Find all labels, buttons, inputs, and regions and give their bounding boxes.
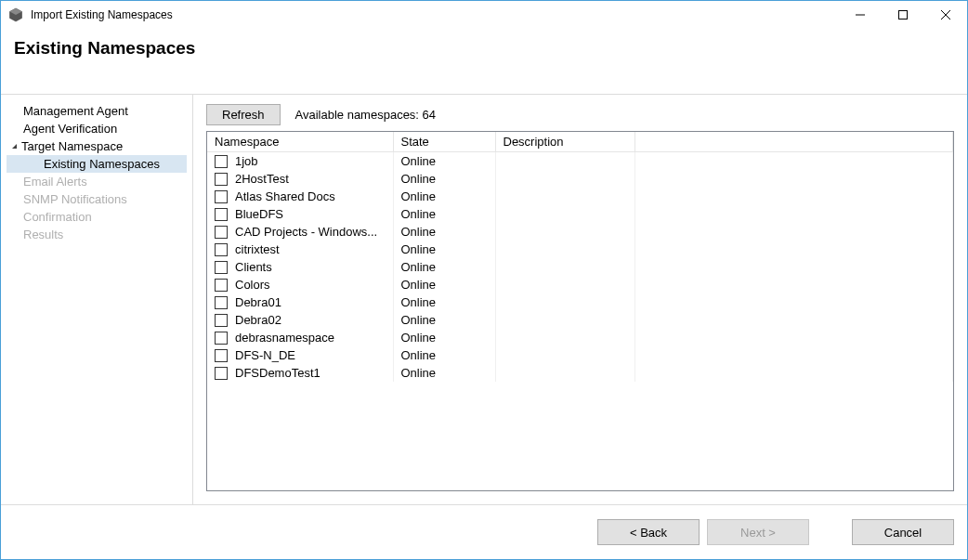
page-title: Existing Namespaces [14,38,954,59]
namespace-state: Online [393,329,495,346]
row-checkbox[interactable] [215,173,228,186]
namespace-name: debrasnamespace [235,331,334,345]
namespace-state: Online [393,152,495,171]
row-checkbox[interactable] [215,243,228,256]
row-checkbox[interactable] [215,261,228,274]
namespace-state: Online [393,258,495,276]
namespace-state: Online [393,223,495,241]
row-checkbox[interactable] [215,208,228,221]
namespace-state: Online [393,311,495,329]
namespace-state: Online [393,170,495,188]
table-row[interactable]: CAD Projects - Windows...Online [207,223,953,241]
sidebar-item-label: Results [23,228,63,241]
sidebar-item-target-namespace[interactable]: Target Namespace [7,137,187,155]
table-row[interactable]: debrasnamespaceOnline [207,329,953,346]
table-row[interactable]: Debra01Online [207,293,953,311]
back-button[interactable]: < Back [597,519,700,545]
namespace-description [495,223,634,241]
namespace-description [495,276,634,293]
sidebar-item-agent-verification[interactable]: Agent Verification [7,120,187,137]
sidebar-item-existing-namespaces[interactable]: Existing Namespaces [7,155,187,173]
namespace-name: Debra01 [235,295,281,309]
namespace-name: CAD Projects - Windows... [235,225,377,239]
namespaces-table-container: NamespaceStateDescription 1jobOnline2Hos… [206,131,954,491]
row-checkbox[interactable] [215,155,228,168]
namespace-name: 1job [235,154,258,168]
namespace-name: Debra02 [235,313,281,327]
row-checkbox[interactable] [215,314,228,327]
next-button: Next > [707,519,809,545]
row-checkbox[interactable] [215,367,228,380]
row-checkbox[interactable] [215,296,228,309]
row-checkbox[interactable] [215,279,228,292]
row-checkbox[interactable] [215,332,228,345]
sidebar-item-management-agent[interactable]: Management Agent [7,102,187,120]
table-row[interactable]: BlueDFSOnline [207,205,953,223]
sidebar-item-label: Confirmation [23,210,92,224]
wizard-window: Import Existing Namespaces Existing Name… [0,0,968,560]
wizard-body: Management AgentAgent VerificationTarget… [1,94,967,505]
refresh-button[interactable]: Refresh [206,104,281,125]
sidebar-item-snmp-notifications: SNMP Notifications [7,190,187,208]
namespace-description [495,241,634,258]
wizard-footer: < Back Next > Cancel [1,505,967,559]
namespaces-table: NamespaceStateDescription 1jobOnline2Hos… [207,132,953,382]
wizard-content: Refresh Available namespaces: 64 Namespa… [192,95,967,504]
namespace-name: Clients [235,260,272,274]
row-checkbox[interactable] [215,190,228,203]
row-checkbox[interactable] [215,226,228,239]
namespace-name: Colors [235,278,270,292]
table-row[interactable]: citrixtestOnline [207,241,953,258]
namespace-description [495,346,634,364]
svg-rect-3 [899,11,908,20]
table-row[interactable]: Atlas Shared DocsOnline [207,188,953,205]
table-row[interactable]: ColorsOnline [207,276,953,293]
wizard-steps-sidebar: Management AgentAgent VerificationTarget… [1,95,192,504]
chevron-down-icon[interactable] [8,141,20,152]
namespace-description [495,293,634,311]
namespace-description [495,188,634,205]
namespace-name: DFS-N_DE [235,348,295,362]
namespace-name: BlueDFS [235,207,283,221]
namespace-name: citrixtest [235,242,280,256]
cancel-button[interactable]: Cancel [852,519,954,545]
namespace-description [495,258,634,276]
table-row[interactable]: ClientsOnline [207,258,953,276]
maximize-button[interactable] [882,1,924,29]
namespace-state: Online [393,205,495,223]
namespace-state: Online [393,241,495,258]
table-row[interactable]: Debra02Online [207,311,953,329]
content-toolbar: Refresh Available namespaces: 64 [206,104,954,125]
namespace-description [495,311,634,329]
sidebar-item-label: Management Agent [23,104,128,118]
row-checkbox[interactable] [215,349,228,362]
sidebar-item-label: Email Alerts [23,175,87,189]
namespace-name: DFSDemoTest1 [235,366,320,380]
table-row[interactable]: 2HostTestOnline [207,170,953,188]
column-header[interactable] [634,132,953,152]
table-row[interactable]: DFSDemoTest1Online [207,364,953,382]
close-button[interactable] [924,1,967,29]
namespace-description [495,170,634,188]
namespaces-table-scroll[interactable]: NamespaceStateDescription 1jobOnline2Hos… [207,132,953,490]
table-row[interactable]: DFS-N_DEOnline [207,346,953,364]
minimize-button[interactable] [839,1,882,29]
column-header[interactable]: Description [495,132,634,152]
namespace-state: Online [393,364,495,382]
sidebar-item-label: Existing Namespaces [44,157,160,171]
title-bar: Import Existing Namespaces [1,1,967,29]
namespace-state: Online [393,293,495,311]
namespace-description [495,152,634,171]
sidebar-item-label: SNMP Notifications [23,192,127,206]
sidebar-item-email-alerts: Email Alerts [7,173,187,190]
window-title: Import Existing Namespaces [31,8,173,21]
sidebar-item-confirmation: Confirmation [7,208,187,226]
app-icon [8,7,23,22]
table-row[interactable]: 1jobOnline [207,152,953,171]
wizard-header: Existing Namespaces [1,29,967,68]
column-header[interactable]: Namespace [207,132,393,152]
namespace-description [495,329,634,346]
namespace-description [495,205,634,223]
window-controls [839,1,967,29]
column-header[interactable]: State [393,132,495,152]
